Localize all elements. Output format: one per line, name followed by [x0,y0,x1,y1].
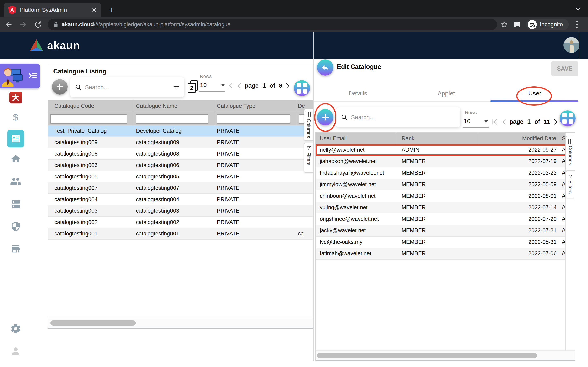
user-search-input[interactable] [351,114,456,121]
column-header[interactable]: Rank [397,133,478,144]
new-tab-button[interactable]: + [106,4,118,16]
catalogue-row[interactable]: catalogtesting002 catalogtesting002 PRIV… [48,217,312,228]
copy-pages-icon[interactable]: 2 [188,80,199,93]
browser-tab[interactable]: A Platform SysAdmin [4,3,101,17]
tab-applet[interactable]: Applet [402,86,490,101]
scrollbar-thumb[interactable] [317,353,537,358]
columns-side-tab[interactable]: Columns [304,109,313,141]
active-tab-underline [490,100,578,102]
tab-details[interactable]: Details [314,86,402,101]
catalogue-row[interactable]: catalogtesting009 catalogtesting009 PRIV… [48,137,312,148]
filter-catalogue-type-input[interactable] [217,114,290,124]
angular-favicon: A [8,6,16,15]
user-row[interactable]: ongshinee@wavelet.net MEMBER 2022-07-20 … [316,213,566,225]
user-row[interactable]: firdaushayali@wavelet.net MEMBER 2022-03… [316,167,566,179]
add-user-button[interactable] [317,109,333,125]
address-bar[interactable]: akaun.cloud/#/applets/bigledger/akaun-pl… [48,19,497,30]
tab-user[interactable]: User [491,86,579,101]
sidebar-item-users[interactable] [0,176,31,186]
scrollbar-thumb[interactable] [51,320,136,325]
catalogue-row[interactable]: catalogtesting004 catalogtesting004 PRIV… [48,194,312,205]
columns-side-tab[interactable]: Columns [566,136,575,171]
sidebar-item-bigledger[interactable] [0,92,31,103]
rows-per-page-value[interactable]: 10 [464,118,470,125]
prev-page-icon[interactable] [502,118,506,125]
grid-view-button[interactable] [560,110,576,126]
catalogue-table-header: Catalogue Code Catalogue Name Catalogue … [48,100,312,112]
user-row[interactable]: yujing@wavelet.net MEMBER 2022-07-14 AC [316,202,566,214]
next-page-icon[interactable] [286,82,290,89]
back-icon[interactable] [2,18,15,31]
lock-icon[interactable] [53,21,58,27]
browser-menu-icon[interactable] [574,21,580,28]
incognito-spy-icon [527,20,537,29]
prev-page-icon[interactable] [237,82,241,89]
back-button[interactable] [317,59,333,76]
incognito-badge[interactable]: Incognito [526,18,569,30]
catalogue-row[interactable]: catalogtesting003 catalogtesting003 PRIV… [48,205,312,217]
dollar-icon: $ [13,112,18,123]
side-panel-icon[interactable] [513,21,521,28]
tab-search-chevron-icon[interactable] [574,5,582,13]
filters-side-tab[interactable]: Filters [304,143,313,173]
column-header[interactable]: User Email [316,133,397,144]
user-row[interactable]: nelly@wavelet.net ADMIN 2022-09-27 AC [316,144,566,156]
sidebar-item-catalogue[interactable] [0,130,31,147]
sidebar-item-storage[interactable] [0,199,31,209]
catalogue-row[interactable]: catalogtesting008 catalogtesting008 PRIV… [48,148,312,160]
filters-side-tab[interactable]: Filters [566,171,575,198]
user-row[interactable]: lye@the-oaks.my MEMBER 2022-05-31 AC [316,236,566,248]
catalogue-row[interactable]: catalogtesting001 catalogtesting001 PRIV… [48,228,312,240]
column-header[interactable]: Catalogue Code [48,100,133,112]
sidebar-item-settings[interactable] [0,323,31,334]
user-row[interactable]: jacky@wavelet.net MEMBER 2022-07-21 AC [316,225,566,237]
user-row[interactable]: jiahaokoh@wavelet.net MEMBER 2022-07-19 … [316,156,566,167]
sidebar-profile-banner[interactable] [0,64,40,89]
catalogue-search-input[interactable] [85,84,170,91]
edit-panel-tabs: Details Applet User [314,86,579,101]
sidebar-item-account[interactable] [0,346,31,357]
filter-catalogue-code-input[interactable] [51,114,127,124]
sidebar-item-security[interactable] [0,221,31,232]
rows-dropdown-caret-icon[interactable] [484,120,488,123]
bookmark-star-icon[interactable] [501,21,508,28]
forward-icon[interactable] [17,18,29,31]
tab-close-icon[interactable] [91,7,97,13]
sidebar-item-billing[interactable]: $ [0,112,31,123]
rows-per-page-value[interactable]: 10 [200,82,207,89]
funnel-icon [568,174,573,178]
grid-view-button[interactable] [294,80,310,96]
user-row[interactable]: chinboon@wavelet.net MEMBER 2022-08-01 A… [316,191,566,202]
filter-lines-icon[interactable] [173,85,179,90]
save-button[interactable]: SAVE [551,61,578,76]
app-logo-text: akaun [47,39,80,52]
user-row[interactable]: fatimah@wavelet.net MEMBER 2022-07-06 AC [316,248,566,260]
catalogue-search-box [70,77,184,97]
reload-icon[interactable] [32,18,44,31]
rows-dropdown-caret-icon[interactable] [221,83,225,86]
catalogue-row[interactable]: catalogtesting007 catalogtesting007 PRIV… [48,183,312,194]
catalogue-row[interactable]: Test_Private_Catalog Developer Catalog P… [48,125,312,137]
akaun-logo: akaun [29,39,80,52]
add-catalogue-button[interactable] [52,79,68,95]
sidebar: $ [0,58,31,367]
of-word: of [534,118,540,125]
catalogue-row[interactable]: catalogtesting006 catalogtesting006 PRIV… [48,160,312,171]
sidebar-item-marketplace[interactable] [0,244,31,254]
next-page-icon[interactable] [554,118,558,125]
column-header[interactable]: Catalogue Type [214,100,296,112]
sidebar-item-home[interactable] [0,154,31,164]
first-page-icon[interactable] [492,118,498,125]
column-header[interactable]: St [557,133,566,144]
user-row[interactable]: jimmylow@wavelet.net MEMBER 2022-05-09 A… [316,179,566,191]
first-page-icon[interactable] [227,82,233,89]
column-header[interactable]: Catalogue Name [133,100,214,112]
column-header[interactable]: Modified Date [478,133,557,144]
user-avatar[interactable] [563,37,579,53]
gear-icon [10,323,21,334]
back-arrow-icon [321,64,329,71]
rows-label: Rows [465,110,477,115]
collapse-menu-icon[interactable] [29,72,37,80]
catalogue-row[interactable]: catalogtesting005 catalogtesting005 PRIV… [48,171,312,183]
filter-catalogue-name-input[interactable] [136,114,208,124]
